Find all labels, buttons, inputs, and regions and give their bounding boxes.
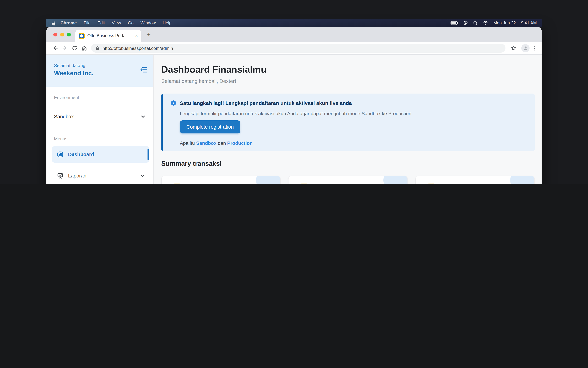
- production-link[interactable]: Production: [227, 140, 253, 146]
- decorative-circle: [256, 176, 281, 184]
- desktop: Chrome File Edit View Go Window Help Mon…: [0, 0, 588, 184]
- report-board-icon: [57, 172, 63, 179]
- control-center-icon[interactable]: [463, 21, 468, 25]
- app-content: Selamat datang Weekend Inc. Environment …: [46, 55, 542, 184]
- banner-link-mid: dan: [218, 140, 226, 146]
- company-name: Weekend Inc.: [54, 70, 93, 77]
- lock-icon: [95, 46, 100, 51]
- collapse-sidebar-icon[interactable]: [140, 66, 148, 75]
- tab-close-icon[interactable]: ×: [135, 33, 138, 38]
- active-indicator: [147, 148, 149, 160]
- forward-icon[interactable]: [60, 43, 70, 53]
- summary-cards: Jumlah kotor bulan iniiPrompt textRp17.2…: [161, 176, 535, 184]
- menu-window[interactable]: Window: [137, 19, 159, 27]
- wifi-icon[interactable]: [483, 21, 488, 25]
- close-window-button[interactable]: [53, 33, 57, 37]
- sidebar: Selamat datang Weekend Inc. Environment …: [46, 55, 154, 184]
- bookmark-star-icon[interactable]: [509, 43, 518, 53]
- browser-tab[interactable]: Otto Business Portal ×: [75, 30, 141, 42]
- back-icon[interactable]: [51, 43, 60, 53]
- browser-menu-icon[interactable]: [532, 46, 537, 51]
- zoom-window-button[interactable]: [67, 33, 71, 37]
- tab-strip: Otto Business Portal × +: [46, 27, 542, 42]
- banner-title: Satu langkah lagi! Lengkapi pendaftaran …: [180, 100, 352, 106]
- page-subtitle: Selamat datang kembali, Dexter!: [161, 78, 236, 84]
- menu-view[interactable]: View: [108, 19, 125, 27]
- banner-body: Lengkapi formulir pendaftaran untuk akti…: [180, 111, 411, 116]
- menu-help[interactable]: Help: [159, 19, 175, 27]
- environment-section-label: Environment: [54, 95, 153, 100]
- summary-heading: Summary transaksi: [161, 160, 222, 167]
- sidebar-nav: DashboardLaporanInvoicePengaturanMaster: [52, 146, 149, 184]
- chevron-down-icon: [140, 173, 145, 178]
- bar-chart-icon: [57, 151, 63, 158]
- sidebar-item-laporan[interactable]: Laporan: [52, 167, 149, 184]
- menu-chrome[interactable]: Chrome: [57, 19, 80, 27]
- apple-menu-icon[interactable]: [51, 20, 56, 26]
- menu-go[interactable]: Go: [125, 19, 137, 27]
- info-icon: i: [171, 101, 176, 106]
- minimize-window-button[interactable]: [60, 33, 64, 37]
- battery-icon: [451, 21, 458, 25]
- menu-file[interactable]: File: [80, 19, 94, 27]
- activation-banner: i Satu langkah lagi! Lengkapi pendaftara…: [161, 93, 535, 151]
- main-panel: Dashboard Finansialmu Selamat datang kem…: [154, 55, 542, 184]
- profile-avatar-icon[interactable]: [521, 44, 530, 52]
- environment-selector[interactable]: Sandbox: [54, 112, 146, 121]
- menu-bar-date: Mon Jun 22: [493, 21, 516, 26]
- tab-title: Otto Business Portal: [87, 33, 132, 38]
- environment-value: Sandbox: [54, 114, 74, 119]
- banner-links: Apa itu Sandbox dan Production: [180, 140, 253, 146]
- chevron-down-icon: [140, 114, 146, 119]
- page-title: Dashboard Finansialmu: [161, 64, 266, 75]
- banner-link-prefix: Apa itu: [180, 140, 195, 146]
- browser-toolbar: http://ottobusinessportal.com/admin: [46, 42, 542, 55]
- sidebar-item-dashboard[interactable]: Dashboard: [52, 146, 149, 163]
- address-bar[interactable]: http://ottobusinessportal.com/admin: [91, 44, 506, 53]
- complete-registration-button[interactable]: Complete registration: [180, 120, 240, 133]
- reload-icon[interactable]: [70, 43, 80, 53]
- home-icon[interactable]: [80, 43, 89, 53]
- decorative-circle: [510, 176, 535, 184]
- tab-favicon: [79, 33, 85, 39]
- menus-section-label: Menus: [54, 136, 153, 141]
- sidebar-header: Selamat datang Weekend Inc.: [46, 55, 153, 87]
- sidebar-item-label: Laporan: [68, 173, 135, 178]
- macos-menu-bar: Chrome File Edit View Go Window Help Mon…: [46, 19, 542, 27]
- welcome-label: Selamat datang: [54, 63, 85, 68]
- spotlight-search-icon[interactable]: [473, 21, 478, 25]
- menu-edit[interactable]: Edit: [94, 19, 108, 27]
- sidebar-item-label: Dashboard: [68, 152, 145, 157]
- summary-card: Jumlah bersih bulan iniiPrompt textRp13.…: [415, 176, 535, 184]
- summary-card: Jumlah kotor bulan iniiPrompt textRp17.2…: [161, 176, 281, 184]
- summary-card: Transaksi bulan iniiPrompt text103: [288, 176, 408, 184]
- decorative-circle: [383, 176, 408, 184]
- browser-window: Otto Business Portal × + http://: [46, 27, 542, 184]
- url-text[interactable]: http://ottobusinessportal.com/admin: [102, 46, 173, 51]
- sandbox-link[interactable]: Sandbox: [196, 140, 217, 146]
- menu-bar-clock: 9:41 AM: [521, 21, 537, 26]
- new-tab-button[interactable]: +: [147, 31, 151, 38]
